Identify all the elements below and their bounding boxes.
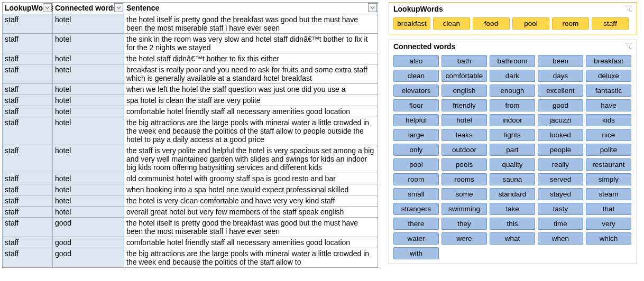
slicer-item[interactable]: what [490, 232, 535, 245]
slicer-item[interactable]: food [473, 17, 510, 30]
slicer-item[interactable]: deluxe [586, 70, 631, 82]
cell-sentence[interactable]: when booking into a spa hotel one would … [124, 184, 378, 195]
cell-connected[interactable]: hotel [53, 195, 124, 207]
slicer-item[interactable]: rooms [441, 173, 487, 185]
slicer-item[interactable]: elevators [393, 85, 439, 97]
slicer-item[interactable]: water [393, 232, 439, 245]
slicer-item[interactable]: standard [490, 188, 535, 200]
table-row[interactable]: staffhotelthe hotel is very clean comfor… [3, 195, 378, 207]
slicer-item[interactable]: room [393, 173, 439, 185]
header-lookupwords[interactable]: LookupWords [3, 3, 53, 14]
cell-sentence[interactable]: the hotel itself is pretty good the brea… [124, 218, 378, 237]
table-row[interactable]: staffhotel breakfast is really poor and … [3, 64, 378, 84]
slicer-item[interactable]: room [552, 17, 589, 30]
slicer-item[interactable]: breakfast [393, 17, 430, 30]
slicer-item[interactable]: large [393, 129, 439, 141]
cell-sentence[interactable]: the hotel is very clean comfortable and … [124, 195, 378, 207]
slicer-item[interactable]: part [490, 144, 535, 156]
table-row[interactable]: staffhotel when we left the hotel the st… [3, 84, 378, 95]
cell-connected[interactable]: hotel [53, 117, 124, 145]
filter-button-sentence[interactable] [368, 3, 377, 12]
slicer-item[interactable]: steam [586, 188, 631, 200]
cell-sentence[interactable]: old communist hotel with groomy staff sp… [124, 173, 378, 184]
cell-lookup[interactable]: staff [3, 173, 53, 184]
slicer-item[interactable]: friendly [441, 99, 487, 111]
slicer-item[interactable]: english [441, 85, 487, 97]
cell-lookup[interactable]: staff [3, 14, 53, 34]
slicer-item[interactable]: some [441, 188, 487, 200]
slicer-item[interactable]: sauna [490, 173, 535, 185]
slicer-item[interactable]: that [586, 203, 631, 215]
cell-lookup[interactable]: staff [3, 195, 53, 207]
slicer-item[interactable]: comfortable [441, 70, 487, 82]
slicer-item[interactable]: excellent [538, 85, 583, 97]
cell-connected[interactable]: good [53, 218, 124, 237]
cell-lookup[interactable]: staff [3, 84, 53, 95]
cell-lookup[interactable]: staff [3, 237, 53, 248]
slicer-item[interactable]: with [393, 247, 439, 259]
cell-connected[interactable]: hotel [53, 173, 124, 184]
slicer-item[interactable]: there [393, 218, 439, 230]
cell-lookup[interactable]: staff [3, 248, 53, 268]
slicer-item[interactable]: lights [490, 129, 535, 141]
table-row[interactable]: staffhotelwhen booking into a spa hotel … [3, 184, 378, 195]
slicer-item[interactable]: bathroom [490, 55, 535, 67]
slicer-item[interactable]: looked [538, 129, 583, 141]
cell-lookup[interactable]: staff [3, 106, 53, 117]
slicer-item[interactable]: this [490, 218, 535, 230]
header-connected[interactable]: Connected words [53, 3, 124, 14]
slicer-item[interactable]: really [538, 158, 583, 171]
slicer-item[interactable]: people [538, 144, 583, 156]
slicer-item[interactable]: tasty [538, 203, 583, 215]
slicer-item[interactable]: quality [490, 158, 535, 171]
cell-sentence[interactable]: the sink in the room was very slow and h… [124, 34, 378, 53]
slicer-item[interactable]: nice [586, 129, 631, 141]
header-sentence[interactable]: Sentence [124, 3, 378, 14]
slicer-item[interactable]: simply [586, 173, 631, 185]
slicer-item[interactable]: time [538, 218, 583, 230]
cell-connected[interactable]: hotel [53, 184, 124, 195]
cell-lookup[interactable]: staff [3, 184, 53, 195]
cell-connected[interactable]: good [53, 237, 124, 248]
filter-button-lookupwords[interactable] [43, 3, 52, 12]
cell-lookup[interactable]: staff [3, 53, 53, 64]
cell-lookup[interactable]: staff [3, 95, 53, 106]
cell-connected[interactable]: hotel [53, 14, 124, 34]
cell-connected[interactable]: hotel [53, 106, 124, 117]
slicer-item[interactable]: leaks [441, 129, 487, 141]
slicer-item[interactable]: were [441, 232, 487, 245]
slicer-item[interactable]: days [538, 70, 583, 82]
slicer-item[interactable]: strangers [393, 203, 439, 215]
cell-lookup[interactable]: staff [3, 34, 53, 53]
slicer-item[interactable]: jacuzzi [538, 114, 583, 126]
slicer-item[interactable]: enough [490, 85, 535, 97]
slicer-item[interactable]: fantastic [586, 85, 631, 97]
cell-sentence[interactable]: overall great hotel but very few members… [124, 207, 378, 218]
cell-connected[interactable]: hotel [53, 53, 124, 64]
table-row[interactable]: staffgoodthe hotel itself is pretty good… [3, 218, 378, 237]
cell-connected[interactable]: good [53, 248, 124, 268]
slicer-item[interactable]: very [586, 218, 631, 230]
slicer-item[interactable]: small [393, 188, 439, 200]
cell-lookup[interactable]: staff [3, 218, 53, 237]
slicer-item[interactable]: swimming [441, 203, 487, 215]
cell-connected[interactable]: hotel [53, 84, 124, 95]
table-row[interactable]: staffhotelcomfortable hotel friendly sta… [3, 106, 378, 117]
table-row[interactable]: staffhotel overall great hotel but very … [3, 207, 378, 218]
slicer-item[interactable]: polite [586, 144, 631, 156]
slicer-item[interactable]: kids [586, 114, 631, 126]
cell-sentence[interactable]: when we left the hotel the staff questio… [124, 84, 378, 95]
table-row[interactable]: staffhotel the big attractions are the l… [3, 117, 378, 145]
cell-sentence[interactable]: the big attractions are the large pools … [124, 117, 378, 145]
cell-sentence[interactable]: the big attractions are the large pools … [124, 248, 378, 268]
slicer-item[interactable]: floor [393, 99, 439, 111]
cell-connected[interactable]: hotel [53, 34, 124, 53]
slicer-item[interactable]: dark [490, 70, 535, 82]
slicer-item[interactable]: restaurant [586, 158, 631, 171]
cell-connected[interactable]: hotel [53, 64, 124, 84]
clear-filter-button[interactable] [625, 5, 632, 13]
slicer-item[interactable]: hotel [441, 114, 487, 126]
slicer-item[interactable]: they [441, 218, 487, 230]
cell-sentence[interactable]: comfortable hotel friendly staff all nec… [124, 106, 378, 117]
slicer-item[interactable]: indoor [490, 114, 535, 126]
